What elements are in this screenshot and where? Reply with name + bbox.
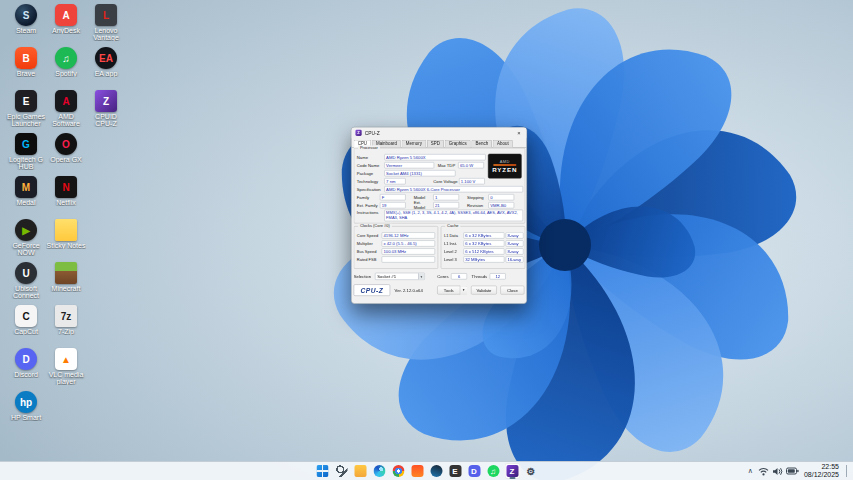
taskbar-icon-glyph: Z [506, 465, 518, 477]
app-icon: ♫ [55, 47, 77, 69]
desktop-icon-netflix[interactable]: N Netflix [46, 176, 86, 219]
cpuz-logo: CPU-Z [354, 284, 390, 296]
desktop-icon-anydesk[interactable]: A AnyDesk [46, 4, 86, 47]
tools-dropdown-icon[interactable]: ▾ [460, 286, 467, 295]
taskbar-icon-glyph [354, 465, 366, 477]
desktop-column-2: A AnyDesk ♫ Spotify A AMD Software O Ope… [46, 4, 86, 434]
desktop-icon-label: VLC media player [46, 371, 86, 385]
cache-way-field: 8-way [506, 232, 524, 238]
desktop-icon-label: Medal [6, 199, 46, 206]
app-icon: O [55, 133, 77, 155]
search-icon[interactable] [333, 463, 349, 479]
show-desktop-button[interactable] [846, 465, 849, 477]
clock-value-field: x 42.0 (5.5 - 46.5) [382, 240, 435, 246]
window-titlebar[interactable]: Z CPU-Z × [351, 127, 526, 138]
cache-label: Level 3 [444, 257, 464, 261]
cache-size-field: 32 MBytes [463, 256, 504, 262]
start-button[interactable] [314, 463, 330, 479]
desktop-icon-geforce-now[interactable]: ▶ GeForce NOW [6, 219, 46, 262]
clock-value-field: 100.03 MHz [382, 248, 435, 254]
tray-status-icons[interactable] [758, 467, 799, 476]
desktop-icon-ubisoft[interactable]: U Ubisoft Connect [6, 262, 46, 305]
brave-icon[interactable] [409, 463, 425, 479]
close-button[interactable]: Close [500, 286, 524, 295]
desktop-icon-cpuz[interactable]: Z CPUID CPU-Z [86, 90, 126, 133]
version-text: Ver. 2.12.0.x64 [395, 288, 423, 293]
ext-model-field: 21 [433, 202, 459, 208]
desktop-icon-spotify[interactable]: ♫ Spotify [46, 47, 86, 90]
app-icon [55, 219, 77, 241]
app-icon: Z [95, 90, 117, 112]
desktop-icon-lenovo-vantage[interactable]: L Lenovo Vantage [86, 4, 126, 47]
code-name-label: Code Name [357, 163, 385, 168]
wifi-icon[interactable] [758, 467, 769, 476]
volume-icon[interactable] [772, 467, 783, 476]
taskbar-icon-glyph: E [449, 465, 461, 477]
desktop-icon-vlc[interactable]: ▲ VLC media player [46, 348, 86, 391]
chevron-down-icon[interactable]: ▾ [418, 273, 424, 279]
taskbar-icon-glyph [411, 465, 423, 477]
cache-size-field: 6 x 512 KBytes [463, 248, 504, 254]
cpuz-icon[interactable]: Z [504, 463, 520, 479]
validate-button[interactable]: Validate [471, 286, 497, 295]
tab[interactable]: SPD [427, 140, 444, 148]
stepping-field: 0 [488, 194, 514, 200]
revision-label: Revision [467, 203, 488, 208]
cores-field: 6 [451, 273, 467, 279]
desktop-icon-steam[interactable]: S Steam [6, 4, 46, 47]
desktop-icon-ghub[interactable]: G Logitech G HUB [6, 133, 46, 176]
app-icon: A [55, 90, 77, 112]
brand-ryzen: RYZEN [492, 166, 517, 173]
desktop-icon-medal[interactable]: M Medal [6, 176, 46, 219]
desktop-column-3: L Lenovo Vantage EA EA app Z CPUID CPU-Z [86, 4, 126, 434]
taskbar-icon-glyph: ♫ [487, 465, 499, 477]
tab[interactable]: Graphics [445, 140, 471, 148]
clock-label: Multiplier [357, 241, 382, 245]
edge-icon[interactable] [371, 463, 387, 479]
clock-row: Multiplier x 42.0 (5.5 - 46.5) [357, 240, 435, 247]
app-icon: S [15, 4, 37, 26]
desktop-icon-epic-games[interactable]: E Epic Games Launcher [6, 90, 46, 133]
cache-row: Level 3 32 MBytes 16-way [444, 256, 522, 263]
selection-row: Selection Socket #1 ▾ Cores 6 Threads 12 [354, 272, 525, 280]
desktop-icon-sticky-notes[interactable]: Sticky Notes [46, 219, 86, 262]
battery-icon[interactable] [786, 467, 799, 475]
socket-select-value: Socket #1 [375, 274, 418, 279]
clock-value-field: 4196.12 MHz [382, 232, 435, 238]
hidden-icons-chevron-icon[interactable]: ∧ [748, 467, 753, 475]
desktop-icon-ea-app[interactable]: EA EA app [86, 47, 126, 90]
file-explorer-icon[interactable] [352, 463, 368, 479]
settings-gear-icon[interactable]: ⚙ [523, 463, 539, 479]
spotify-icon[interactable]: ♫ [485, 463, 501, 479]
desktop-icon-capcut[interactable]: C CapCut [6, 305, 46, 348]
desktop-icon-discord[interactable]: D Discord [6, 348, 46, 391]
steam-icon[interactable] [428, 463, 444, 479]
app-icon: M [15, 176, 37, 198]
desktop-icon-minecraft[interactable]: Minecraft [46, 262, 86, 305]
desktop-icon-hp-smart[interactable]: hp HP Smart [6, 391, 46, 434]
chrome-icon[interactable] [390, 463, 406, 479]
discord-icon[interactable]: D [466, 463, 482, 479]
app-icon: L [95, 4, 117, 26]
desktop-icon-7zip[interactable]: 7z 7-Zip [46, 305, 86, 348]
tab[interactable]: Bench [472, 140, 493, 148]
clock-row: Core Speed 4196.12 MHz [357, 232, 435, 239]
close-icon[interactable]: × [511, 127, 526, 138]
max-tdp-label: Max TDP [438, 163, 458, 168]
desktop-column-1: S Steam B Brave E Epic Games Launcher G … [6, 4, 46, 434]
brand-amd: AMD [500, 159, 510, 163]
socket-select[interactable]: Socket #1 ▾ [375, 273, 425, 280]
epic-games-icon[interactable]: E [447, 463, 463, 479]
processor-legend: Processor [358, 145, 380, 149]
clock[interactable]: 22:55 08/12/2025 [804, 463, 839, 479]
tab[interactable]: Memory [402, 140, 426, 148]
max-tdp-field: 65.0 W [458, 162, 484, 168]
desktop-icon-opera-gx[interactable]: O Opera GX [46, 133, 86, 176]
tab[interactable]: About [493, 140, 513, 148]
clock-label: Core Speed [357, 233, 382, 237]
desktop-icon-brave[interactable]: B Brave [6, 47, 46, 90]
desktop-icon-label: Steam [6, 27, 46, 34]
tools-button[interactable]: Tools [437, 286, 460, 295]
desktop-icon-amd-software[interactable]: A AMD Software [46, 90, 86, 133]
taskbar: E D ♫ Z ⚙ ∧ [0, 461, 853, 480]
